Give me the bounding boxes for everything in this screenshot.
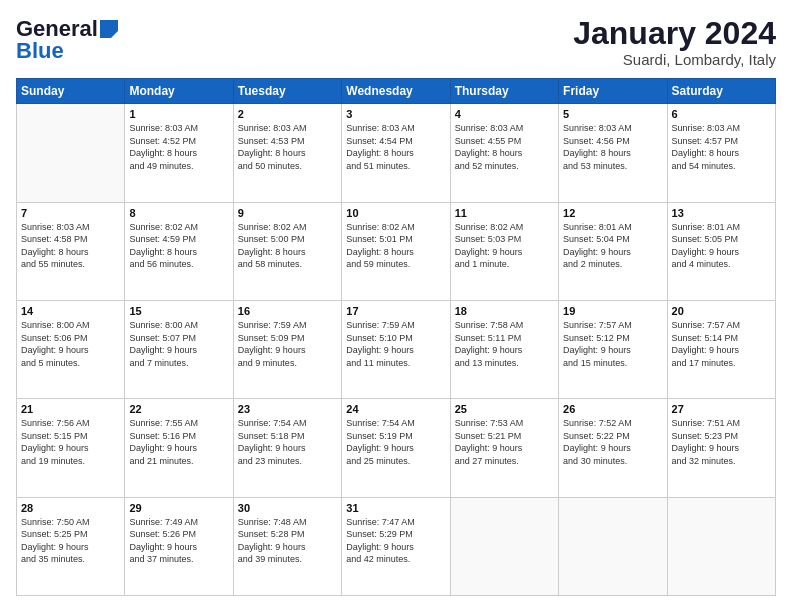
day-info: Sunrise: 7:56 AMSunset: 5:15 PMDaylight:… (21, 417, 120, 467)
day-number: 29 (129, 502, 228, 514)
day-info: Sunrise: 7:54 AMSunset: 5:18 PMDaylight:… (238, 417, 337, 467)
day-number: 30 (238, 502, 337, 514)
day-info: Sunrise: 8:00 AMSunset: 5:06 PMDaylight:… (21, 319, 120, 369)
col-friday: Friday (559, 79, 667, 104)
col-sunday: Sunday (17, 79, 125, 104)
day-number: 31 (346, 502, 445, 514)
day-number: 28 (21, 502, 120, 514)
day-number: 2 (238, 108, 337, 120)
day-number: 12 (563, 207, 662, 219)
table-row: 6Sunrise: 8:03 AMSunset: 4:57 PMDaylight… (667, 104, 775, 202)
table-row (17, 104, 125, 202)
day-info: Sunrise: 8:03 AMSunset: 4:54 PMDaylight:… (346, 122, 445, 172)
day-info: Sunrise: 8:03 AMSunset: 4:58 PMDaylight:… (21, 221, 120, 271)
table-row: 3Sunrise: 8:03 AMSunset: 4:54 PMDaylight… (342, 104, 450, 202)
calendar-week-row: 21Sunrise: 7:56 AMSunset: 5:15 PMDayligh… (17, 399, 776, 497)
day-info: Sunrise: 8:02 AMSunset: 4:59 PMDaylight:… (129, 221, 228, 271)
day-number: 18 (455, 305, 554, 317)
day-number: 26 (563, 403, 662, 415)
table-row: 13Sunrise: 8:01 AMSunset: 5:05 PMDayligh… (667, 202, 775, 300)
table-row: 30Sunrise: 7:48 AMSunset: 5:28 PMDayligh… (233, 497, 341, 595)
day-info: Sunrise: 8:02 AMSunset: 5:00 PMDaylight:… (238, 221, 337, 271)
day-info: Sunrise: 7:57 AMSunset: 5:14 PMDaylight:… (672, 319, 771, 369)
day-info: Sunrise: 8:00 AMSunset: 5:07 PMDaylight:… (129, 319, 228, 369)
day-number: 23 (238, 403, 337, 415)
day-number: 16 (238, 305, 337, 317)
location: Suardi, Lombardy, Italy (573, 51, 776, 68)
col-monday: Monday (125, 79, 233, 104)
logo-icon (100, 20, 118, 38)
day-number: 13 (672, 207, 771, 219)
day-info: Sunrise: 8:02 AMSunset: 5:01 PMDaylight:… (346, 221, 445, 271)
day-number: 27 (672, 403, 771, 415)
day-number: 10 (346, 207, 445, 219)
day-number: 6 (672, 108, 771, 120)
day-info: Sunrise: 7:51 AMSunset: 5:23 PMDaylight:… (672, 417, 771, 467)
day-number: 8 (129, 207, 228, 219)
day-info: Sunrise: 7:49 AMSunset: 5:26 PMDaylight:… (129, 516, 228, 566)
day-info: Sunrise: 7:48 AMSunset: 5:28 PMDaylight:… (238, 516, 337, 566)
day-info: Sunrise: 8:03 AMSunset: 4:52 PMDaylight:… (129, 122, 228, 172)
col-tuesday: Tuesday (233, 79, 341, 104)
day-number: 19 (563, 305, 662, 317)
table-row: 12Sunrise: 8:01 AMSunset: 5:04 PMDayligh… (559, 202, 667, 300)
table-row: 8Sunrise: 8:02 AMSunset: 4:59 PMDaylight… (125, 202, 233, 300)
day-info: Sunrise: 7:57 AMSunset: 5:12 PMDaylight:… (563, 319, 662, 369)
logo: General Blue (16, 16, 118, 64)
day-info: Sunrise: 7:55 AMSunset: 5:16 PMDaylight:… (129, 417, 228, 467)
day-number: 7 (21, 207, 120, 219)
day-info: Sunrise: 8:02 AMSunset: 5:03 PMDaylight:… (455, 221, 554, 271)
table-row: 4Sunrise: 8:03 AMSunset: 4:55 PMDaylight… (450, 104, 558, 202)
table-row: 9Sunrise: 8:02 AMSunset: 5:00 PMDaylight… (233, 202, 341, 300)
day-info: Sunrise: 7:59 AMSunset: 5:10 PMDaylight:… (346, 319, 445, 369)
day-info: Sunrise: 7:58 AMSunset: 5:11 PMDaylight:… (455, 319, 554, 369)
table-row: 10Sunrise: 8:02 AMSunset: 5:01 PMDayligh… (342, 202, 450, 300)
day-number: 3 (346, 108, 445, 120)
day-info: Sunrise: 7:59 AMSunset: 5:09 PMDaylight:… (238, 319, 337, 369)
day-info: Sunrise: 8:01 AMSunset: 5:04 PMDaylight:… (563, 221, 662, 271)
table-row: 19Sunrise: 7:57 AMSunset: 5:12 PMDayligh… (559, 300, 667, 398)
header: General Blue January 2024 Suardi, Lombar… (16, 16, 776, 68)
table-row: 2Sunrise: 8:03 AMSunset: 4:53 PMDaylight… (233, 104, 341, 202)
table-row: 11Sunrise: 8:02 AMSunset: 5:03 PMDayligh… (450, 202, 558, 300)
table-row (559, 497, 667, 595)
day-number: 25 (455, 403, 554, 415)
col-saturday: Saturday (667, 79, 775, 104)
calendar-week-row: 28Sunrise: 7:50 AMSunset: 5:25 PMDayligh… (17, 497, 776, 595)
table-row: 18Sunrise: 7:58 AMSunset: 5:11 PMDayligh… (450, 300, 558, 398)
table-row: 22Sunrise: 7:55 AMSunset: 5:16 PMDayligh… (125, 399, 233, 497)
day-number: 5 (563, 108, 662, 120)
day-number: 1 (129, 108, 228, 120)
day-info: Sunrise: 8:03 AMSunset: 4:53 PMDaylight:… (238, 122, 337, 172)
day-info: Sunrise: 7:53 AMSunset: 5:21 PMDaylight:… (455, 417, 554, 467)
calendar-header-row: Sunday Monday Tuesday Wednesday Thursday… (17, 79, 776, 104)
table-row: 1Sunrise: 8:03 AMSunset: 4:52 PMDaylight… (125, 104, 233, 202)
table-row: 23Sunrise: 7:54 AMSunset: 5:18 PMDayligh… (233, 399, 341, 497)
table-row: 5Sunrise: 8:03 AMSunset: 4:56 PMDaylight… (559, 104, 667, 202)
day-number: 14 (21, 305, 120, 317)
logo-blue: Blue (16, 38, 64, 64)
day-number: 17 (346, 305, 445, 317)
table-row: 20Sunrise: 7:57 AMSunset: 5:14 PMDayligh… (667, 300, 775, 398)
day-info: Sunrise: 7:52 AMSunset: 5:22 PMDaylight:… (563, 417, 662, 467)
day-number: 21 (21, 403, 120, 415)
day-info: Sunrise: 8:01 AMSunset: 5:05 PMDaylight:… (672, 221, 771, 271)
table-row: 29Sunrise: 7:49 AMSunset: 5:26 PMDayligh… (125, 497, 233, 595)
table-row: 15Sunrise: 8:00 AMSunset: 5:07 PMDayligh… (125, 300, 233, 398)
svg-marker-0 (100, 20, 118, 38)
table-row: 14Sunrise: 8:00 AMSunset: 5:06 PMDayligh… (17, 300, 125, 398)
table-row (450, 497, 558, 595)
calendar-table: Sunday Monday Tuesday Wednesday Thursday… (16, 78, 776, 596)
day-number: 4 (455, 108, 554, 120)
table-row: 26Sunrise: 7:52 AMSunset: 5:22 PMDayligh… (559, 399, 667, 497)
day-info: Sunrise: 8:03 AMSunset: 4:55 PMDaylight:… (455, 122, 554, 172)
title-block: January 2024 Suardi, Lombardy, Italy (573, 16, 776, 68)
col-thursday: Thursday (450, 79, 558, 104)
table-row: 16Sunrise: 7:59 AMSunset: 5:09 PMDayligh… (233, 300, 341, 398)
day-number: 24 (346, 403, 445, 415)
day-info: Sunrise: 7:50 AMSunset: 5:25 PMDaylight:… (21, 516, 120, 566)
col-wednesday: Wednesday (342, 79, 450, 104)
day-info: Sunrise: 8:03 AMSunset: 4:57 PMDaylight:… (672, 122, 771, 172)
page: General Blue January 2024 Suardi, Lombar… (0, 0, 792, 612)
day-number: 15 (129, 305, 228, 317)
